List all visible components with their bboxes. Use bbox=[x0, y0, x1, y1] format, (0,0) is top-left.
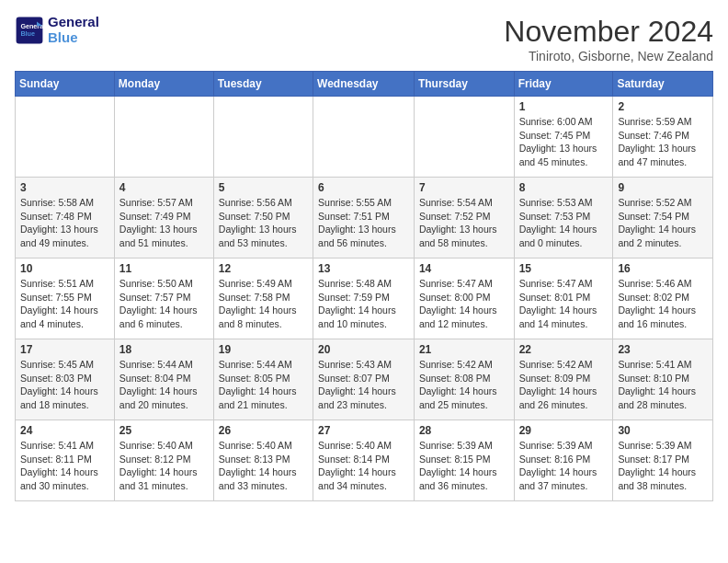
day-info: Sunrise: 5:45 AM Sunset: 8:03 PM Dayligh… bbox=[20, 358, 109, 412]
day-info: Sunrise: 5:56 AM Sunset: 7:50 PM Dayligh… bbox=[219, 196, 308, 250]
day-info: Sunrise: 5:47 AM Sunset: 8:00 PM Dayligh… bbox=[419, 277, 509, 331]
day-number: 5 bbox=[219, 181, 308, 194]
week-row-1: 1Sunrise: 6:00 AM Sunset: 7:45 PM Daylig… bbox=[16, 97, 713, 178]
day-number: 18 bbox=[119, 343, 209, 356]
day-number: 26 bbox=[219, 424, 308, 437]
day-number: 28 bbox=[419, 424, 509, 437]
day-number: 7 bbox=[419, 181, 509, 194]
day-info: Sunrise: 5:44 AM Sunset: 8:04 PM Dayligh… bbox=[119, 358, 209, 412]
day-info: Sunrise: 5:51 AM Sunset: 7:55 PM Dayligh… bbox=[20, 277, 109, 331]
calendar-cell: 1Sunrise: 6:00 AM Sunset: 7:45 PM Daylig… bbox=[514, 97, 613, 178]
day-info: Sunrise: 5:58 AM Sunset: 7:48 PM Dayligh… bbox=[20, 196, 109, 250]
calendar-cell: 7Sunrise: 5:54 AM Sunset: 7:52 PM Daylig… bbox=[414, 178, 514, 259]
day-info: Sunrise: 5:49 AM Sunset: 7:58 PM Dayligh… bbox=[219, 277, 308, 331]
week-row-4: 17Sunrise: 5:45 AM Sunset: 8:03 PM Dayli… bbox=[16, 339, 713, 420]
calendar-cell: 17Sunrise: 5:45 AM Sunset: 8:03 PM Dayli… bbox=[16, 339, 115, 420]
day-number: 25 bbox=[119, 424, 209, 437]
day-number: 8 bbox=[519, 181, 609, 194]
calendar-cell: 18Sunrise: 5:44 AM Sunset: 8:04 PM Dayli… bbox=[114, 339, 213, 420]
calendar-cell: 5Sunrise: 5:56 AM Sunset: 7:50 PM Daylig… bbox=[213, 178, 313, 259]
weekday-header-saturday: Saturday bbox=[613, 72, 713, 97]
calendar-cell bbox=[114, 97, 213, 178]
calendar-cell: 3Sunrise: 5:58 AM Sunset: 7:48 PM Daylig… bbox=[16, 178, 115, 259]
calendar-cell: 20Sunrise: 5:43 AM Sunset: 8:07 PM Dayli… bbox=[313, 339, 415, 420]
weekday-header-friday: Friday bbox=[514, 72, 613, 97]
week-row-5: 24Sunrise: 5:41 AM Sunset: 8:11 PM Dayli… bbox=[16, 420, 713, 501]
calendar-cell: 27Sunrise: 5:40 AM Sunset: 8:14 PM Dayli… bbox=[313, 420, 415, 501]
day-number: 19 bbox=[219, 343, 308, 356]
day-info: Sunrise: 5:39 AM Sunset: 8:16 PM Dayligh… bbox=[519, 439, 609, 493]
calendar-cell: 12Sunrise: 5:49 AM Sunset: 7:58 PM Dayli… bbox=[213, 259, 313, 339]
calendar-cell bbox=[313, 97, 415, 178]
day-info: Sunrise: 5:53 AM Sunset: 7:53 PM Dayligh… bbox=[519, 196, 609, 250]
calendar-cell: 9Sunrise: 5:52 AM Sunset: 7:54 PM Daylig… bbox=[613, 178, 713, 259]
day-info: Sunrise: 5:43 AM Sunset: 8:07 PM Dayligh… bbox=[318, 358, 409, 412]
day-info: Sunrise: 5:47 AM Sunset: 8:01 PM Dayligh… bbox=[519, 277, 609, 331]
calendar-cell: 14Sunrise: 5:47 AM Sunset: 8:00 PM Dayli… bbox=[414, 259, 514, 339]
day-info: Sunrise: 5:39 AM Sunset: 8:17 PM Dayligh… bbox=[618, 439, 708, 493]
day-number: 17 bbox=[20, 343, 109, 356]
day-info: Sunrise: 5:40 AM Sunset: 8:14 PM Dayligh… bbox=[318, 439, 409, 493]
weekday-header-wednesday: Wednesday bbox=[313, 72, 415, 97]
day-number: 13 bbox=[318, 262, 409, 275]
calendar-cell: 10Sunrise: 5:51 AM Sunset: 7:55 PM Dayli… bbox=[16, 259, 115, 339]
day-info: Sunrise: 5:59 AM Sunset: 7:46 PM Dayligh… bbox=[618, 115, 708, 169]
day-number: 11 bbox=[119, 262, 209, 275]
day-number: 6 bbox=[318, 181, 409, 194]
calendar-cell: 8Sunrise: 5:53 AM Sunset: 7:53 PM Daylig… bbox=[514, 178, 613, 259]
weekday-header-row: SundayMondayTuesdayWednesdayThursdayFrid… bbox=[16, 72, 713, 97]
day-number: 24 bbox=[20, 424, 109, 437]
calendar-cell: 23Sunrise: 5:41 AM Sunset: 8:10 PM Dayli… bbox=[613, 339, 713, 420]
calendar-cell: 22Sunrise: 5:42 AM Sunset: 8:09 PM Dayli… bbox=[514, 339, 613, 420]
day-number: 21 bbox=[419, 343, 509, 356]
logo-icon: General Blue bbox=[15, 16, 44, 45]
day-number: 29 bbox=[519, 424, 609, 437]
weekday-header-thursday: Thursday bbox=[414, 72, 514, 97]
calendar-cell: 4Sunrise: 5:57 AM Sunset: 7:49 PM Daylig… bbox=[114, 178, 213, 259]
day-info: Sunrise: 5:52 AM Sunset: 7:54 PM Dayligh… bbox=[618, 196, 708, 250]
day-info: Sunrise: 5:50 AM Sunset: 7:57 PM Dayligh… bbox=[119, 277, 209, 331]
calendar-cell: 25Sunrise: 5:40 AM Sunset: 8:12 PM Dayli… bbox=[114, 420, 213, 501]
week-row-2: 3Sunrise: 5:58 AM Sunset: 7:48 PM Daylig… bbox=[16, 178, 713, 259]
day-number: 15 bbox=[519, 262, 609, 275]
calendar-cell: 6Sunrise: 5:55 AM Sunset: 7:51 PM Daylig… bbox=[313, 178, 415, 259]
day-number: 1 bbox=[519, 100, 609, 113]
day-info: Sunrise: 5:46 AM Sunset: 8:02 PM Dayligh… bbox=[618, 277, 708, 331]
logo-line2: Blue bbox=[48, 30, 99, 46]
logo-line1: General bbox=[48, 15, 99, 30]
day-number: 12 bbox=[219, 262, 308, 275]
weekday-header-tuesday: Tuesday bbox=[213, 72, 313, 97]
day-number: 3 bbox=[20, 181, 109, 194]
day-number: 30 bbox=[618, 424, 708, 437]
week-row-3: 10Sunrise: 5:51 AM Sunset: 7:55 PM Dayli… bbox=[16, 259, 713, 339]
day-info: Sunrise: 5:42 AM Sunset: 8:09 PM Dayligh… bbox=[519, 358, 609, 412]
calendar-cell: 15Sunrise: 5:47 AM Sunset: 8:01 PM Dayli… bbox=[514, 259, 613, 339]
calendar-cell: 30Sunrise: 5:39 AM Sunset: 8:17 PM Dayli… bbox=[613, 420, 713, 501]
day-info: Sunrise: 5:41 AM Sunset: 8:10 PM Dayligh… bbox=[618, 358, 708, 412]
calendar-cell: 29Sunrise: 5:39 AM Sunset: 8:16 PM Dayli… bbox=[514, 420, 613, 501]
calendar-cell bbox=[213, 97, 313, 178]
calendar-cell: 11Sunrise: 5:50 AM Sunset: 7:57 PM Dayli… bbox=[114, 259, 213, 339]
calendar-table: SundayMondayTuesdayWednesdayThursdayFrid… bbox=[15, 71, 713, 501]
calendar-cell: 19Sunrise: 5:44 AM Sunset: 8:05 PM Dayli… bbox=[213, 339, 313, 420]
day-info: Sunrise: 6:00 AM Sunset: 7:45 PM Dayligh… bbox=[519, 115, 609, 169]
day-info: Sunrise: 5:54 AM Sunset: 7:52 PM Dayligh… bbox=[419, 196, 509, 250]
page-header: General Blue General Blue November 2024 … bbox=[15, 15, 713, 63]
day-info: Sunrise: 5:42 AM Sunset: 8:08 PM Dayligh… bbox=[419, 358, 509, 412]
location: Tiniroto, Gisborne, New Zealand bbox=[504, 49, 713, 63]
day-number: 4 bbox=[119, 181, 209, 194]
logo: General Blue General Blue bbox=[15, 15, 99, 45]
calendar-cell: 2Sunrise: 5:59 AM Sunset: 7:46 PM Daylig… bbox=[613, 97, 713, 178]
day-info: Sunrise: 5:55 AM Sunset: 7:51 PM Dayligh… bbox=[318, 196, 409, 250]
day-info: Sunrise: 5:39 AM Sunset: 8:15 PM Dayligh… bbox=[419, 439, 509, 493]
logo-text-block: General Blue bbox=[48, 15, 99, 45]
calendar-cell: 21Sunrise: 5:42 AM Sunset: 8:08 PM Dayli… bbox=[414, 339, 514, 420]
calendar-cell bbox=[16, 97, 115, 178]
weekday-header-sunday: Sunday bbox=[16, 72, 115, 97]
day-number: 16 bbox=[618, 262, 708, 275]
day-info: Sunrise: 5:48 AM Sunset: 7:59 PM Dayligh… bbox=[318, 277, 409, 331]
month-title: November 2024 bbox=[504, 15, 713, 49]
calendar-cell: 13Sunrise: 5:48 AM Sunset: 7:59 PM Dayli… bbox=[313, 259, 415, 339]
calendar-cell: 26Sunrise: 5:40 AM Sunset: 8:13 PM Dayli… bbox=[213, 420, 313, 501]
day-number: 9 bbox=[618, 181, 708, 194]
